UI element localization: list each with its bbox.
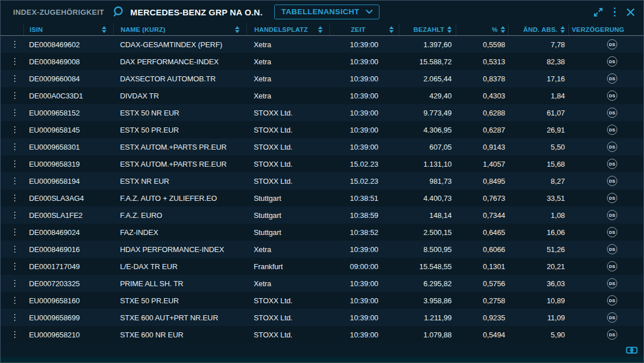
row-menu-icon[interactable]: [11, 329, 19, 341]
column-header-percent[interactable]: %: [456, 23, 508, 35]
row-menu-icon[interactable]: [11, 192, 19, 204]
instrument-name: MERCEDES-BENZ GRP NA O.N.: [130, 7, 263, 17]
cell-name: DIVDAX TR: [113, 87, 246, 104]
cell-bezahlt: 15.548,55: [399, 258, 456, 275]
cell-isin: DE0009660084: [23, 70, 113, 87]
sort-arrows-icon[interactable]: [501, 26, 505, 33]
cell-percent: 0,8495: [456, 172, 508, 189]
cell-handelsplatz: STOXX Ltd.: [246, 155, 329, 172]
table-row[interactable]: EU0009658319ESTX AUTOM.+PARTS RE.EURSTOX…: [1, 155, 643, 172]
cell-isin: EU0009658319: [23, 155, 113, 172]
table-row[interactable]: DE0008469024FAZ-INDEXStuttgart10:38:522.…: [1, 224, 643, 241]
table-row[interactable]: DE0001717049L/E-DAX TR EURFrankfurt09:00…: [1, 258, 643, 275]
cell-handelsplatz: STOXX Ltd.: [246, 292, 329, 309]
column-header-zeit[interactable]: ZEIT: [329, 23, 399, 35]
delay-badge: DS: [607, 90, 617, 101]
delay-badge: DS: [607, 56, 617, 67]
cell-name: DAX PERFORMANCE-INDEX: [113, 53, 246, 70]
row-menu-icon[interactable]: [11, 244, 19, 255]
cell-zeit: 15.02.23: [329, 172, 399, 189]
cell-name: F.A.Z. AUTO + ZULIEFER.EO: [113, 189, 246, 207]
row-menu-icon[interactable]: [11, 39, 19, 51]
table-row[interactable]: EU0009658210STXE 600 NR EURSTOXX Ltd.10:…: [1, 326, 643, 343]
table-row[interactable]: DE0008469016HDAX PERFORMANCE-INDEXXetra1…: [1, 241, 643, 258]
delay-badge: DS: [607, 176, 617, 186]
row-menu-icon[interactable]: [11, 209, 19, 221]
row-menu-icon[interactable]: [11, 124, 19, 136]
table-row[interactable]: DE000SLA1FE2F.A.Z. EUROStuttgart10:38:59…: [1, 207, 643, 224]
link-icon[interactable]: [626, 346, 638, 354]
close-icon[interactable]: [626, 7, 635, 17]
row-menu-icon[interactable]: [11, 73, 19, 85]
row-menu-icon[interactable]: [11, 56, 19, 68]
cell-abs-change: 36,03: [508, 275, 568, 292]
row-menu-icon[interactable]: [11, 175, 19, 187]
cell-isin: DE0008469602: [23, 36, 113, 53]
cell-handelsplatz: Xetra: [246, 53, 329, 70]
table-row[interactable]: DE0008469008DAX PERFORMANCE-INDEXXetra10…: [1, 53, 643, 70]
column-header-verzoegerung: VERZÖGERUNG: [568, 23, 643, 35]
search-icon[interactable]: [112, 5, 126, 19]
row-menu-icon[interactable]: [11, 141, 19, 153]
row-menu-icon[interactable]: [11, 278, 19, 290]
table-row[interactable]: EU0009658145ESTX 50 PR.EURSTOXX Ltd.10:3…: [1, 121, 643, 138]
cell-zeit: 10:39:00: [329, 87, 399, 104]
cell-zeit: 15.02.23: [329, 155, 399, 172]
sort-arrows-icon[interactable]: [318, 26, 323, 33]
column-header-isin[interactable]: ISIN: [23, 23, 113, 35]
cell-bezahlt: 1.211,99: [399, 309, 456, 326]
expand-icon[interactable]: [593, 7, 604, 18]
row-menu-icon[interactable]: [11, 261, 19, 273]
row-menu-icon[interactable]: [11, 312, 19, 324]
row-menu-icon[interactable]: [11, 107, 19, 119]
cell-isin: EU0009658160: [23, 292, 113, 309]
sort-arrows-icon[interactable]: [102, 26, 106, 33]
table-row[interactable]: DE000A0C33D1DIVDAX TRXetra10:39:00429,40…: [1, 87, 643, 104]
table-row[interactable]: EU0009658160STXE 50 PR.EURSTOXX Ltd.10:3…: [1, 292, 643, 309]
delay-badge: DS: [607, 159, 617, 169]
table-row[interactable]: DE0007203325PRIME ALL SH. TRXetra10:39:0…: [1, 275, 643, 292]
cell-abs-change: 1,08: [508, 207, 568, 224]
column-header-bezahlt[interactable]: BEZAHLT: [399, 23, 456, 35]
sort-arrows-icon[interactable]: [447, 26, 452, 33]
table-view-select[interactable]: TABELLENANSICHT: [274, 5, 379, 19]
cell-bezahlt: 6.295,82: [399, 275, 456, 292]
cell-bezahlt: 607,05: [399, 138, 456, 155]
row-menu-icon[interactable]: [11, 226, 19, 238]
table-row[interactable]: DE0008469602CDAX-GESAMTINDEX (PERF)Xetra…: [1, 36, 643, 53]
column-header-abs-change[interactable]: ÄND. ABS.: [508, 23, 568, 35]
cell-zeit: 10:39:00: [329, 70, 399, 87]
cell-handelsplatz: STOXX Ltd.: [246, 138, 329, 155]
cell-isin: EU0009658301: [23, 138, 113, 155]
table-row[interactable]: DE0009660084DAXSECTOR AUTOMOB.TRXetra10:…: [1, 70, 643, 87]
table-row[interactable]: EU0009658194ESTX NR EURSTOXX Ltd.15.02.2…: [1, 172, 643, 189]
table-row[interactable]: EU0009658152ESTX 50 NR EURSTOXX Ltd.10:3…: [1, 104, 643, 121]
kebab-menu-icon[interactable]: [612, 7, 618, 17]
cell-handelsplatz: Xetra: [246, 241, 329, 258]
titlebar: INDEX-ZUGEHÖRIGKEIT MERCEDES-BENZ GRP NA…: [1, 1, 643, 23]
delay-badge: DS: [607, 227, 617, 237]
cell-handelsplatz: Xetra: [246, 275, 329, 292]
table-row[interactable]: EU0009658301ESTX AUTOM.+PARTS PR.EURSTOX…: [1, 138, 643, 155]
table-header-row: ISIN NAME (KURZ) HANDELSPLATZ ZEIT BEZAH…: [1, 23, 643, 36]
sort-arrows-icon[interactable]: [389, 26, 394, 33]
cell-bezahlt: 9.773,49: [399, 104, 456, 121]
table-row[interactable]: EU0009658699STXE 600 AUT+PRT NR.EURSTOXX…: [1, 309, 643, 326]
cell-zeit: 10:39:00: [329, 53, 399, 70]
cell-isin: DE000SLA1FE2: [23, 207, 113, 224]
table-row[interactable]: DE000SLA3AG4F.A.Z. AUTO + ZULIEFER.EOStu…: [1, 189, 643, 207]
cell-zeit: 10:39:00: [329, 241, 399, 258]
column-header-handelsplatz[interactable]: HANDELSPLATZ: [246, 23, 329, 35]
cell-percent: 0,6465: [456, 224, 508, 241]
column-header-name[interactable]: NAME (KURZ): [113, 23, 246, 35]
row-menu-icon[interactable]: [11, 90, 19, 102]
sort-arrows-icon[interactable]: [560, 26, 565, 33]
row-menu-icon[interactable]: [11, 158, 19, 170]
sort-arrows-icon[interactable]: [235, 26, 240, 33]
cell-bezahlt: 8.500,95: [399, 241, 456, 258]
cell-name: ESTX 50 NR EUR: [113, 104, 246, 121]
page-title: INDEX-ZUGEHÖRIGKEIT: [13, 8, 104, 16]
row-menu-icon[interactable]: [11, 295, 19, 307]
cell-bezahlt: 15.588,72: [399, 53, 456, 70]
cell-zeit: 09:00:00: [329, 258, 399, 275]
